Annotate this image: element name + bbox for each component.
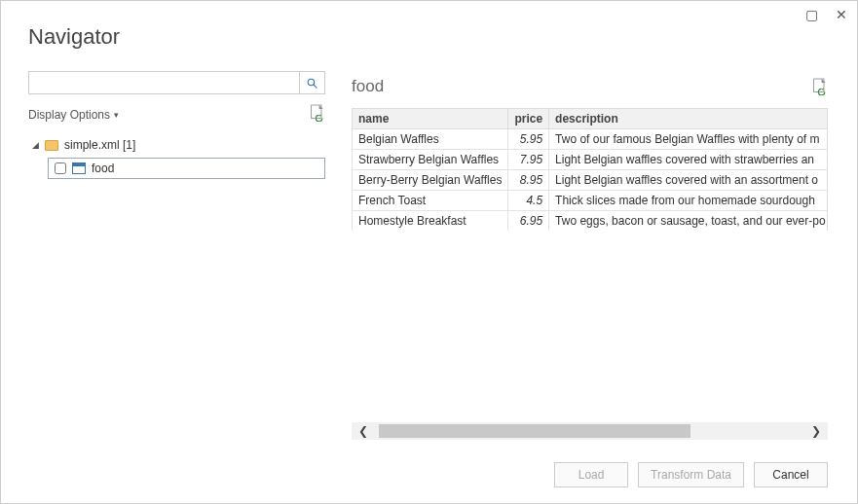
page-title: Navigator (28, 24, 120, 50)
table-row[interactable]: French Toast4.5Thick slices made from ou… (353, 191, 829, 211)
preview-table: name price description Belgian Waffles5.… (352, 108, 828, 231)
tree-child-item[interactable]: food (48, 158, 325, 179)
horizontal-scrollbar[interactable]: ❮ ❯ (352, 422, 828, 440)
scroll-thumb[interactable] (379, 424, 690, 438)
search-input[interactable] (28, 71, 300, 94)
close-icon[interactable]: ✕ (836, 7, 847, 22)
chevron-down-icon: ▾ (114, 110, 119, 120)
search-icon (306, 77, 318, 90)
transform-data-button[interactable]: Transform Data (638, 462, 744, 487)
folder-icon (45, 140, 58, 151)
tree-item-checkbox[interactable] (55, 162, 66, 174)
table-row[interactable]: Belgian Waffles5.95Two of our famous Bel… (353, 129, 829, 150)
table-icon (72, 162, 86, 174)
tree-child-label: food (92, 162, 114, 175)
tree-root-item[interactable]: ◢ simple.xml [1] (28, 136, 325, 154)
refresh-preview-icon[interactable] (812, 78, 828, 95)
table-row[interactable]: Strawberry Belgian Waffles7.95Light Belg… (353, 150, 829, 170)
col-header-desc[interactable]: description (549, 109, 828, 129)
col-header-name[interactable]: name (353, 109, 508, 129)
svg-point-0 (308, 79, 315, 86)
tree-root-label: simple.xml [1] (64, 138, 135, 152)
scroll-left-button[interactable]: ❮ (352, 422, 375, 440)
load-button[interactable]: Load (554, 462, 628, 487)
scroll-right-button[interactable]: ❯ (804, 422, 828, 440)
maximize-icon[interactable]: ▢ (805, 7, 818, 22)
search-button[interactable] (300, 71, 325, 94)
collapse-icon[interactable]: ◢ (32, 140, 39, 150)
display-options-label: Display Options (28, 108, 110, 122)
display-options-dropdown[interactable]: Display Options ▾ (28, 108, 119, 122)
refresh-icon[interactable] (310, 104, 325, 125)
table-row[interactable]: Homestyle Breakfast6.95Two eggs, bacon o… (353, 211, 829, 232)
preview-title: food (352, 77, 384, 96)
cancel-button[interactable]: Cancel (754, 462, 828, 487)
svg-line-1 (314, 85, 317, 88)
table-row[interactable]: Berry-Berry Belgian Waffles8.95Light Bel… (353, 170, 829, 191)
col-header-price[interactable]: price (508, 109, 549, 129)
